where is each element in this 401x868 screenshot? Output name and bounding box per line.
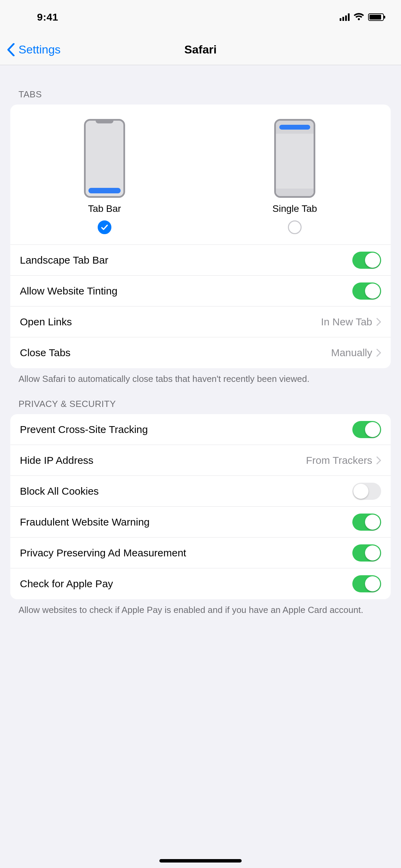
row-value: In New Tab — [321, 316, 381, 328]
group-privacy: Prevent Cross-Site Tracking Hide IP Addr… — [10, 414, 391, 599]
battery-icon — [368, 13, 384, 21]
chevron-right-icon — [376, 456, 381, 465]
row-label: Allow Website Tinting — [20, 285, 118, 297]
layout-radio-tab-bar[interactable] — [98, 220, 111, 234]
row-label: Check for Apple Pay — [20, 578, 113, 590]
section-header-privacy: PRIVACY & SECURITY — [0, 385, 401, 414]
row-label: Hide IP Address — [20, 455, 94, 466]
row-fraud-warning[interactable]: Fraudulent Website Warning — [10, 507, 391, 538]
row-open-links[interactable]: Open Links In New Tab — [10, 306, 391, 337]
layout-label-tab-bar: Tab Bar — [88, 203, 121, 214]
row-label: Block All Cookies — [20, 485, 99, 497]
row-landscape-tab-bar[interactable]: Landscape Tab Bar — [10, 245, 391, 276]
switch-fraud-warning[interactable] — [352, 514, 381, 531]
row-block-cookies[interactable]: Block All Cookies — [10, 476, 391, 507]
layout-radio-single-tab[interactable] — [288, 220, 302, 234]
section-footer-tabs: Allow Safari to automatically close tabs… — [0, 368, 401, 385]
row-ad-measurement[interactable]: Privacy Preserving Ad Measurement — [10, 538, 391, 568]
nav-bar: Settings Safari — [0, 34, 401, 65]
row-label: Fraudulent Website Warning — [20, 516, 150, 528]
row-allow-website-tinting[interactable]: Allow Website Tinting — [10, 276, 391, 306]
status-time: 9:41 — [21, 11, 58, 23]
layout-option-single-tab[interactable]: Single Tab — [272, 119, 317, 234]
switch-landscape-tab-bar[interactable] — [352, 252, 381, 269]
switch-block-cookies[interactable] — [352, 483, 381, 500]
cellular-icon — [340, 13, 350, 21]
phone-mock-single-tab-icon — [274, 119, 315, 198]
row-hide-ip[interactable]: Hide IP Address From Trackers — [10, 445, 391, 476]
row-value: Manually — [331, 347, 381, 359]
section-footer-privacy: Allow websites to check if Apple Pay is … — [0, 599, 401, 616]
chevron-right-icon — [376, 349, 381, 357]
group-tabs: Tab Bar Single Tab Landscape Tab Bar — [10, 105, 391, 368]
chevron-right-icon — [376, 318, 381, 326]
status-icons — [340, 13, 384, 21]
status-bar: 9:41 — [0, 0, 401, 34]
chevron-left-icon — [7, 43, 19, 56]
phone-mock-tab-bar-icon — [84, 119, 125, 198]
row-label: Privacy Preserving Ad Measurement — [20, 547, 186, 559]
switch-allow-website-tinting[interactable] — [352, 282, 381, 300]
wifi-icon — [354, 13, 364, 21]
tab-layout-picker: Tab Bar Single Tab — [10, 105, 391, 245]
home-indicator — [159, 859, 242, 863]
back-button[interactable]: Settings — [7, 43, 61, 56]
row-label: Prevent Cross-Site Tracking — [20, 424, 148, 435]
row-label: Close Tabs — [20, 347, 71, 359]
switch-prevent-tracking[interactable] — [352, 421, 381, 438]
row-label: Open Links — [20, 316, 72, 328]
layout-label-single-tab: Single Tab — [272, 203, 317, 214]
section-header-tabs: TABS — [0, 75, 401, 105]
switch-apple-pay[interactable] — [352, 575, 381, 592]
row-close-tabs[interactable]: Close Tabs Manually — [10, 337, 391, 368]
row-value: From Trackers — [306, 455, 381, 466]
row-label: Landscape Tab Bar — [20, 254, 108, 266]
layout-option-tab-bar[interactable]: Tab Bar — [84, 119, 125, 234]
switch-ad-measurement[interactable] — [352, 544, 381, 562]
row-prevent-tracking[interactable]: Prevent Cross-Site Tracking — [10, 414, 391, 445]
row-apple-pay[interactable]: Check for Apple Pay — [10, 568, 391, 599]
back-label: Settings — [19, 43, 61, 56]
